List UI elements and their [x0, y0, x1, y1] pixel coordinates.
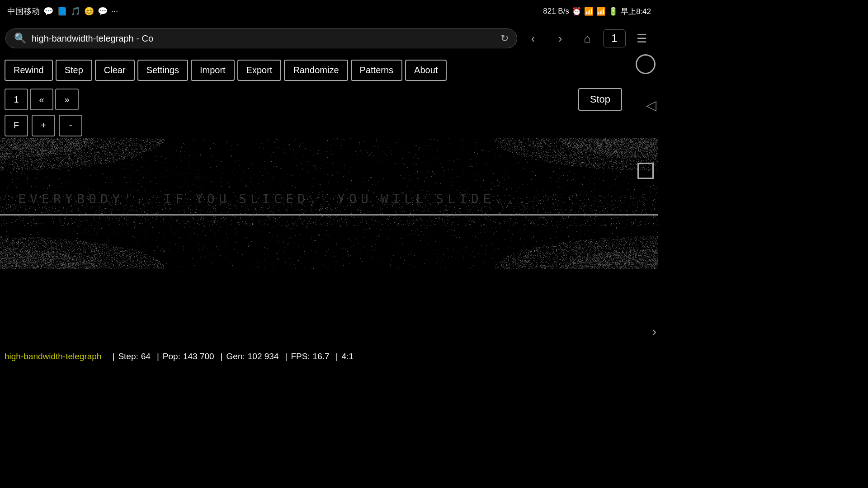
sim-divider: [0, 215, 658, 216]
wechat-icon: 💬: [98, 6, 108, 16]
tab-count-button[interactable]: 1: [603, 29, 626, 47]
export-button[interactable]: Export: [237, 60, 282, 81]
square-nav-icon[interactable]: [637, 163, 654, 179]
sep3: |: [221, 352, 223, 361]
fps-value: 16.7: [313, 352, 330, 361]
sep5: |: [336, 352, 338, 361]
step-button[interactable]: Step: [56, 60, 92, 81]
about-button[interactable]: About: [405, 60, 447, 81]
patterns-button[interactable]: Patterns: [351, 60, 402, 81]
back-button[interactable]: ‹: [522, 32, 544, 46]
gen-number-button[interactable]: 1: [5, 89, 28, 110]
stop-button[interactable]: Stop: [578, 88, 622, 111]
circle-nav-icon[interactable]: [636, 54, 656, 74]
menu-button[interactable]: ☰: [630, 32, 653, 46]
gen-value: 102 934: [248, 352, 279, 361]
step-value: 64: [141, 352, 151, 361]
status-bar: 中国移动 💬 📘 🎵 😊 💬 ··· 821 B/s ⏰ 📶 📶 🔋 早上8:4…: [0, 0, 658, 23]
tab-count-label: 1: [611, 32, 617, 45]
bottom-forward-arrow[interactable]: ›: [651, 321, 658, 343]
carrier-label: 中国移动: [7, 6, 40, 17]
pop-value: 143 700: [183, 352, 214, 361]
more-icon: ···: [111, 7, 118, 16]
rewind-button[interactable]: Rewind: [5, 60, 53, 81]
url-bar[interactable]: 🔍 high-bandwidth-telegraph - Co ↻: [5, 28, 517, 48]
alarm-icon: ⏰: [572, 7, 581, 16]
sep1: |: [112, 352, 114, 361]
time-label: 早上8:42: [621, 6, 651, 17]
controls-row-2: F + -: [0, 113, 658, 138]
zoom-value: 4:1: [342, 352, 354, 361]
refresh-icon[interactable]: ↻: [500, 33, 509, 44]
sim-name-label: high-bandwidth-telegraph: [5, 352, 101, 361]
status-bottom-bar: high-bandwidth-telegraph | Step: 64 | Po…: [0, 344, 658, 369]
fps-label: FPS:: [291, 352, 310, 361]
zoom-out-button[interactable]: -: [59, 115, 82, 136]
controls-row-1: 1 « » Stop: [0, 86, 658, 113]
fb-icon: 📘: [57, 6, 67, 16]
chat-icon: 💬: [43, 6, 53, 16]
right-back-arrow[interactable]: ◁: [644, 93, 658, 117]
randomize-button[interactable]: Randomize: [284, 60, 348, 81]
status-left: 中国移动 💬 📘 🎵 😊 💬 ···: [7, 6, 118, 17]
signal-icon: 📶: [596, 7, 606, 16]
simulation-canvas: [0, 138, 658, 269]
browser-bar: 🔍 high-bandwidth-telegraph - Co ↻ ‹ › ⌂ …: [0, 23, 658, 54]
zoom-in-button[interactable]: +: [32, 115, 55, 136]
toolbar: Rewind Step Clear Settings Import Export…: [0, 54, 658, 86]
simulation-area[interactable]: [0, 138, 658, 269]
sep4: |: [285, 352, 287, 361]
music-icon: 🎵: [71, 6, 80, 16]
home-button[interactable]: ⌂: [576, 32, 599, 46]
fit-button[interactable]: F: [5, 115, 28, 136]
wifi-icon: 📶: [584, 7, 594, 16]
status-right: 821 B/s ⏰ 📶 📶 🔋 早上8:42: [543, 6, 651, 17]
next-gen-button[interactable]: »: [55, 89, 79, 110]
emoji-icon: 😊: [84, 6, 94, 16]
clear-button[interactable]: Clear: [95, 60, 135, 81]
battery-icon: 🔋: [609, 7, 618, 16]
network-speed: 821 B/s: [543, 7, 569, 16]
gen-label: Gen:: [226, 352, 245, 361]
prev-gen-button[interactable]: «: [30, 89, 53, 110]
step-label: Step:: [118, 352, 138, 361]
import-button[interactable]: Import: [191, 60, 235, 81]
sep2: |: [157, 352, 159, 361]
pop-label: Pop:: [163, 352, 180, 361]
forward-button[interactable]: ›: [549, 32, 571, 46]
search-icon: 🔍: [14, 33, 26, 44]
settings-button[interactable]: Settings: [137, 60, 188, 81]
url-text: high-bandwidth-telegraph - Co: [32, 33, 495, 44]
